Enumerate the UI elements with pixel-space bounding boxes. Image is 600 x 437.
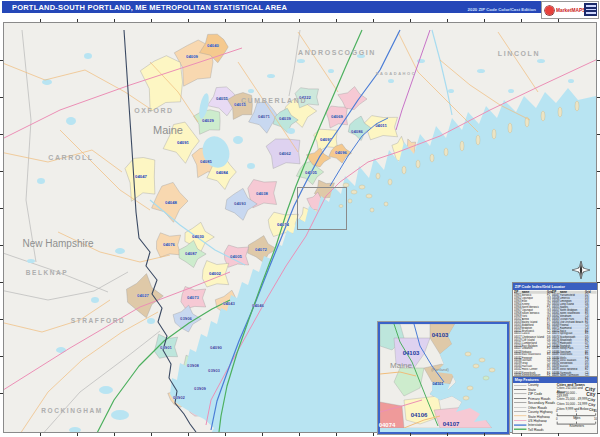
inset-label: 04074: [379, 422, 396, 428]
scale-bar: 0510: [557, 421, 596, 424]
inset-label: 04107: [443, 421, 460, 427]
grid-tick: [0, 97, 3, 98]
lake: [388, 79, 394, 83]
grid-tick: [0, 356, 3, 357]
grid-tick: [0, 282, 3, 283]
zip-code-label: 04087: [185, 251, 197, 256]
logo-side-block: [584, 3, 597, 16]
grid-tick: [373, 19, 374, 22]
zip-code-label: 03903: [208, 368, 220, 373]
zip-code-label: 04046: [252, 303, 264, 308]
zip-code-label: 04071: [258, 114, 270, 119]
lake: [99, 386, 113, 394]
zip-code-label: 04084: [216, 170, 228, 175]
zip-code-label: 04105: [305, 170, 317, 175]
zip-code-label: 04076: [163, 242, 175, 247]
zip-index-header: ZIP Code Index/Grid Locator: [513, 283, 597, 290]
inset-label: Maine: [390, 361, 412, 370]
zip-code-label: 04043: [223, 301, 235, 306]
county-label: OXFORD: [134, 107, 174, 114]
lake: [448, 89, 454, 93]
grid-tick: [188, 433, 189, 436]
island: [388, 179, 392, 185]
grid-tick: [558, 433, 559, 436]
island: [430, 154, 434, 162]
island: [460, 141, 464, 151]
zip-code-label: 03902: [173, 395, 185, 400]
lake: [287, 128, 295, 134]
county-label: STRAFFORD: [71, 317, 125, 324]
zip-code-label: 04090: [210, 345, 222, 350]
grid-tick: [484, 433, 485, 436]
grid-tick: [151, 433, 152, 436]
lake: [568, 79, 574, 83]
zip-code-label: 03901: [160, 345, 172, 350]
lake: [267, 74, 275, 78]
grid-tick: [521, 433, 522, 436]
grid-tick: [77, 433, 78, 436]
zip-code-label: 04030: [192, 234, 204, 239]
grid-tick: [262, 19, 263, 22]
lake: [248, 89, 254, 93]
island: [541, 111, 545, 121]
county-label: CARROLL: [48, 154, 93, 161]
zip-code-label: 04040: [207, 43, 219, 48]
inset-label: 04103: [403, 350, 420, 356]
inset-map-portland: 0410304103Maine(Portland)041010410604074…: [378, 322, 509, 434]
inset-map-svg: [380, 324, 503, 428]
lake: [27, 259, 35, 263]
title-bar: PORTLAND-SOUTH PORTLAND, ME METROPOLITAN…: [2, 1, 598, 13]
grid-tick: [299, 433, 300, 436]
island: [444, 148, 448, 156]
island: [376, 173, 380, 179]
grid-tick: [40, 433, 41, 436]
lake: [111, 410, 129, 420]
lake: [42, 79, 52, 85]
island: [348, 199, 352, 203]
zip-code-label: 04073: [187, 295, 199, 300]
grid-tick: [0, 245, 3, 246]
wall-map-page: PORTLAND-SOUTH PORTLAND, ME METROPOLITAN…: [0, 0, 600, 437]
zip-code-label: 04097: [320, 137, 332, 142]
grid-tick: [0, 319, 3, 320]
zip-code-label: 04039: [279, 116, 291, 121]
zip-code-label: 04093: [234, 201, 246, 206]
county-label: SAGADAHOC: [376, 71, 417, 76]
logo-text: MarketMAPS: [556, 8, 585, 13]
island: [366, 194, 372, 198]
grid-tick: [521, 19, 522, 22]
lake: [91, 297, 99, 303]
lake: [508, 89, 514, 93]
lake: [147, 318, 155, 324]
legend-panel: Map Features CountyStateZIP CodePrimary …: [512, 376, 598, 434]
grid-tick: [0, 393, 3, 394]
island: [402, 166, 406, 174]
legend-item: Toll Roads: [514, 427, 557, 431]
grid-tick: [0, 60, 3, 61]
grid-tick: [40, 19, 41, 22]
grid-tick: [447, 19, 448, 22]
zip-code-label: 04048: [165, 200, 177, 205]
scale-bar: 0510: [557, 413, 596, 416]
zip-code-label: 04029: [202, 118, 214, 123]
logo-burst-icon: [545, 6, 554, 15]
legend-title: Map Features: [513, 378, 539, 382]
map-title: PORTLAND-SOUTH PORTLAND, ME METROPOLITAN…: [2, 3, 287, 12]
grid-tick: [447, 433, 448, 436]
island: [575, 101, 579, 111]
zip-code-label: 04069: [331, 114, 343, 119]
island: [370, 208, 374, 212]
grid-tick: [77, 19, 78, 22]
zip-index-panel: ZIP Code Index/Grid Locator ZIPNameGridZ…: [512, 282, 598, 377]
inset-label: (Portland): [431, 367, 449, 372]
brand-logo: MarketMAPS: [541, 1, 599, 19]
zip-index-table: ZIPNameGridZIPNameGrid03901BerwickF20404…: [514, 291, 596, 377]
grid-tick: [151, 19, 152, 22]
island: [384, 202, 388, 206]
grid-tick: [0, 134, 3, 135]
grid-tick: [188, 19, 189, 22]
zip-code-label: 04002: [209, 271, 221, 276]
lake: [328, 69, 334, 73]
zip-code-label: 03906: [180, 316, 192, 321]
zip-code-label: 03909: [194, 386, 206, 391]
